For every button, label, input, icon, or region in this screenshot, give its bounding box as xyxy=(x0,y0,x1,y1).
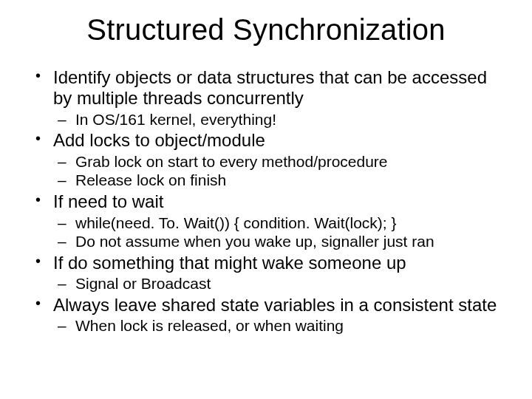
bullet-item: If need to wait while(need. To. Wait()) … xyxy=(30,191,502,251)
sub-list: while(need. To. Wait()) { condition. Wai… xyxy=(53,214,502,252)
bullet-text: If do something that might wake someone … xyxy=(53,253,406,273)
slide-title: Structured Synchronization xyxy=(0,13,532,47)
bullet-item: Always leave shared state variables in a… xyxy=(30,295,502,335)
bullet-text: Add locks to object/module xyxy=(53,130,265,150)
sub-item: Grab lock on start to every method/proce… xyxy=(53,153,502,171)
bullet-text: Identify objects or data structures that… xyxy=(53,67,487,108)
sub-item: Release lock on finish xyxy=(53,171,502,190)
slide-body: Identify objects or data structures that… xyxy=(0,67,532,335)
sub-item: When lock is released, or when waiting xyxy=(53,317,502,335)
bullet-text: Always leave shared state variables in a… xyxy=(53,295,497,315)
bullet-item: Add locks to object/module Grab lock on … xyxy=(30,130,502,190)
bullet-item: Identify objects or data structures that… xyxy=(30,67,502,129)
sub-item: Do not assume when you wake up, signalle… xyxy=(53,233,502,251)
sub-item: while(need. To. Wait()) { condition. Wai… xyxy=(53,214,502,233)
sub-item: Signal or Broadcast xyxy=(53,275,502,293)
bullet-list: Identify objects or data structures that… xyxy=(30,67,502,335)
sub-list: Grab lock on start to every method/proce… xyxy=(53,153,502,191)
sub-list: Signal or Broadcast xyxy=(53,275,502,293)
bullet-item: If do something that might wake someone … xyxy=(30,253,502,293)
sub-list: When lock is released, or when waiting xyxy=(53,317,502,335)
sub-item: In OS/161 kernel, everything! xyxy=(53,111,502,129)
bullet-text: If need to wait xyxy=(53,191,163,211)
sub-list: In OS/161 kernel, everything! xyxy=(53,111,502,129)
